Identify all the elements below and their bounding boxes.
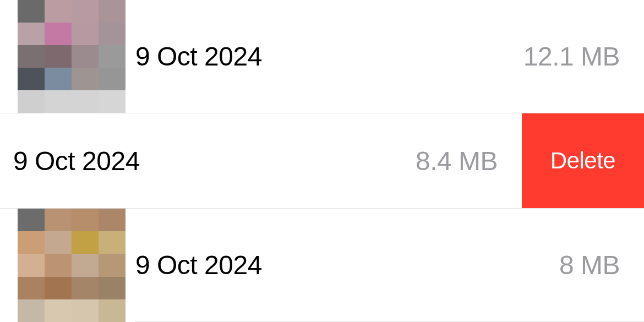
item-size: 12.1 MB xyxy=(523,41,620,72)
thumbnail xyxy=(18,209,125,322)
list-item[interactable]: 9 Oct 2024 12.1 MB xyxy=(0,0,644,113)
list-item-content: 9 Oct 2024 8.4 MB xyxy=(13,113,522,208)
list-item-content: 9 Oct 2024 12.1 MB xyxy=(135,0,644,113)
thumbnail xyxy=(18,0,125,113)
item-date: 9 Oct 2024 xyxy=(13,146,140,176)
item-date: 9 Oct 2024 xyxy=(135,41,262,72)
item-size: 8.4 MB xyxy=(416,146,498,176)
list-item-content: 9 Oct 2024 8 MB xyxy=(135,209,644,322)
delete-button[interactable]: Delete xyxy=(522,113,644,208)
item-date: 9 Oct 2024 xyxy=(135,250,262,280)
list-item[interactable]: 9 Oct 2024 8.4 MB Delete xyxy=(0,113,644,209)
list-item[interactable]: 9 Oct 2024 8 MB xyxy=(0,209,644,322)
item-size: 8 MB xyxy=(559,250,620,280)
storage-list: 9 Oct 2024 12.1 MB 9 Oct 2024 8.4 MB Del… xyxy=(0,0,644,322)
